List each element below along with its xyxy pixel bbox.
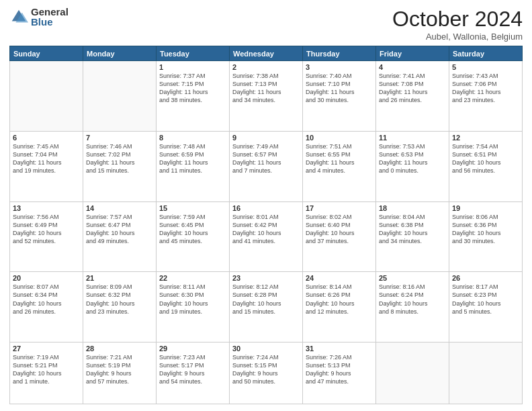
day-info: Sunrise: 8:04 AM Sunset: 6:38 PM Dayligh… [379,213,446,246]
day-info: Sunrise: 7:26 AM Sunset: 5:13 PM Dayligh… [306,353,373,386]
day-info: Sunrise: 7:49 AM Sunset: 6:57 PM Dayligh… [232,142,300,175]
day-number: 22 [159,274,226,282]
day-number: 25 [379,274,446,282]
day-number: 5 [452,63,519,71]
day-info: Sunrise: 7:23 AM Sunset: 5:17 PM Dayligh… [159,353,226,386]
day-number: 28 [86,345,153,353]
calendar-cell: 23Sunrise: 8:12 AM Sunset: 6:28 PM Dayli… [230,272,303,342]
calendar-header-row: Sunday Monday Tuesday Wednesday Thursday… [10,46,523,61]
calendar-cell: 21Sunrise: 8:09 AM Sunset: 6:32 PM Dayli… [83,272,157,342]
calendar-cell: 5Sunrise: 7:43 AM Sunset: 7:06 PM Daylig… [449,61,523,132]
day-info: Sunrise: 7:51 AM Sunset: 6:55 PM Dayligh… [306,142,373,175]
day-number: 3 [306,63,373,71]
day-number: 8 [159,134,226,142]
calendar-cell: 15Sunrise: 7:59 AM Sunset: 6:45 PM Dayli… [157,201,230,272]
day-info: Sunrise: 7:40 AM Sunset: 7:10 PM Dayligh… [306,72,373,105]
day-number: 27 [13,345,80,353]
day-info: Sunrise: 8:12 AM Sunset: 6:28 PM Dayligh… [232,283,300,316]
calendar-cell: 22Sunrise: 8:11 AM Sunset: 6:30 PM Dayli… [157,272,230,342]
calendar-cell: 6Sunrise: 7:45 AM Sunset: 7:04 PM Daylig… [10,131,83,201]
calendar-cell: 26Sunrise: 8:17 AM Sunset: 6:23 PM Dayli… [449,272,523,342]
logo-text: General Blue [31,7,69,27]
logo-blue: Blue [31,17,69,27]
calendar-cell: 27Sunrise: 7:19 AM Sunset: 5:21 PM Dayli… [10,342,83,404]
day-info: Sunrise: 8:09 AM Sunset: 6:32 PM Dayligh… [86,283,153,316]
day-info: Sunrise: 7:54 AM Sunset: 6:51 PM Dayligh… [452,142,519,175]
day-number: 16 [232,204,300,212]
logo-icon [9,7,28,26]
day-info: Sunrise: 7:45 AM Sunset: 7:04 PM Dayligh… [13,142,80,175]
calendar-cell: 4Sunrise: 7:41 AM Sunset: 7:08 PM Daylig… [376,61,449,132]
day-info: Sunrise: 7:53 AM Sunset: 6:53 PM Dayligh… [379,142,446,175]
calendar-cell: 24Sunrise: 8:14 AM Sunset: 6:26 PM Dayli… [303,272,376,342]
calendar-cell: 3Sunrise: 7:40 AM Sunset: 7:10 PM Daylig… [303,61,376,132]
day-number: 18 [379,204,446,212]
day-number: 20 [13,274,80,282]
day-info: Sunrise: 7:19 AM Sunset: 5:21 PM Dayligh… [13,353,80,386]
day-number: 15 [159,204,226,212]
day-number: 2 [232,63,300,71]
day-number: 9 [232,134,300,142]
day-info: Sunrise: 7:57 AM Sunset: 6:47 PM Dayligh… [86,213,153,246]
header-monday: Monday [83,46,157,61]
day-info: Sunrise: 8:07 AM Sunset: 6:34 PM Dayligh… [13,283,80,316]
header-saturday: Saturday [449,46,523,61]
day-info: Sunrise: 8:02 AM Sunset: 6:40 PM Dayligh… [306,213,373,246]
day-number: 1 [159,63,226,71]
day-number: 13 [13,204,80,212]
day-info: Sunrise: 7:56 AM Sunset: 6:49 PM Dayligh… [13,213,80,246]
day-number: 12 [452,134,519,142]
day-info: Sunrise: 7:43 AM Sunset: 7:06 PM Dayligh… [452,72,519,105]
day-number: 31 [306,345,373,353]
calendar-cell: 17Sunrise: 8:02 AM Sunset: 6:40 PM Dayli… [303,201,376,272]
calendar-cell: 19Sunrise: 8:06 AM Sunset: 6:36 PM Dayli… [449,201,523,272]
day-number: 6 [13,134,80,142]
day-number: 14 [86,204,153,212]
calendar-cell: 10Sunrise: 7:51 AM Sunset: 6:55 PM Dayli… [303,131,376,201]
day-info: Sunrise: 7:24 AM Sunset: 5:15 PM Dayligh… [232,353,300,386]
calendar-cell: 29Sunrise: 7:23 AM Sunset: 5:17 PM Dayli… [157,342,230,404]
day-number: 26 [452,274,519,282]
day-info: Sunrise: 8:01 AM Sunset: 6:42 PM Dayligh… [232,213,300,246]
day-number: 17 [306,204,373,212]
day-number: 23 [232,274,300,282]
calendar-cell: 8Sunrise: 7:48 AM Sunset: 6:59 PM Daylig… [157,131,230,201]
header-thursday: Thursday [303,46,376,61]
header-sunday: Sunday [10,46,83,61]
calendar-cell: 13Sunrise: 7:56 AM Sunset: 6:49 PM Dayli… [10,201,83,272]
day-info: Sunrise: 7:38 AM Sunset: 7:13 PM Dayligh… [232,72,300,105]
calendar-cell: 9Sunrise: 7:49 AM Sunset: 6:57 PM Daylig… [230,131,303,201]
header-wednesday: Wednesday [230,46,303,61]
day-number: 7 [86,134,153,142]
calendar-cell: 1Sunrise: 7:37 AM Sunset: 7:15 PM Daylig… [157,61,230,132]
day-info: Sunrise: 7:48 AM Sunset: 6:59 PM Dayligh… [159,142,226,175]
calendar-cell: 18Sunrise: 8:04 AM Sunset: 6:38 PM Dayli… [376,201,449,272]
day-number: 29 [159,345,226,353]
header-friday: Friday [376,46,449,61]
page: General Blue October 2024 Aubel, Walloni… [0,0,532,411]
calendar-cell [83,61,157,132]
calendar-cell: 16Sunrise: 8:01 AM Sunset: 6:42 PM Dayli… [230,201,303,272]
title-location: Aubel, Wallonia, Belgium [392,32,523,42]
day-number: 21 [86,274,153,282]
calendar-table: Sunday Monday Tuesday Wednesday Thursday… [9,46,523,404]
calendar-cell: 14Sunrise: 7:57 AM Sunset: 6:47 PM Dayli… [83,201,157,272]
logo: General Blue [9,7,69,27]
day-number: 19 [452,204,519,212]
calendar-cell [449,342,523,404]
day-info: Sunrise: 8:14 AM Sunset: 6:26 PM Dayligh… [306,283,373,316]
calendar-cell [10,61,83,132]
day-number: 10 [306,134,373,142]
logo-general: General [31,7,69,17]
title-block: October 2024 Aubel, Wallonia, Belgium [392,7,523,42]
day-info: Sunrise: 7:37 AM Sunset: 7:15 PM Dayligh… [159,72,226,105]
day-info: Sunrise: 8:06 AM Sunset: 6:36 PM Dayligh… [452,213,519,246]
calendar-cell: 28Sunrise: 7:21 AM Sunset: 5:19 PM Dayli… [83,342,157,404]
calendar-cell: 11Sunrise: 7:53 AM Sunset: 6:53 PM Dayli… [376,131,449,201]
day-info: Sunrise: 8:16 AM Sunset: 6:24 PM Dayligh… [379,283,446,316]
header: General Blue October 2024 Aubel, Walloni… [9,7,523,42]
day-number: 11 [379,134,446,142]
calendar-cell: 2Sunrise: 7:38 AM Sunset: 7:13 PM Daylig… [230,61,303,132]
day-info: Sunrise: 8:17 AM Sunset: 6:23 PM Dayligh… [452,283,519,316]
title-month: October 2024 [392,7,523,32]
